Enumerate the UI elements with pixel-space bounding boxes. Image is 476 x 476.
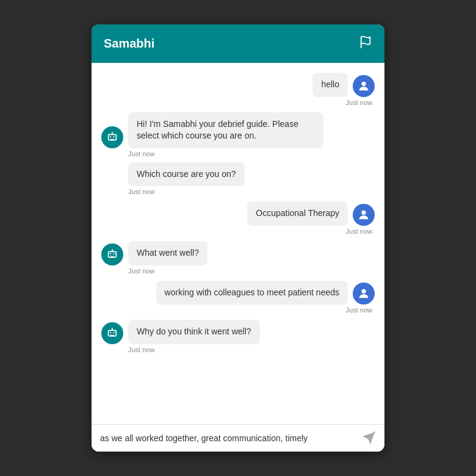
message-bubble: hello (312, 73, 348, 97)
timestamp: Just now (101, 346, 154, 353)
message-bubble: Occupational Therapy (247, 201, 348, 226)
chat-area: hello Just now Hi! I'm Samabhi your de (92, 63, 384, 424)
message-row: working with colleagues to meet patient … (101, 281, 375, 314)
bot-avatar (101, 322, 123, 344)
svg-point-4 (114, 136, 115, 137)
message-with-avatar: hello (312, 73, 375, 97)
message-row: hello Just now (101, 73, 375, 106)
message-with-avatar: What went well? (101, 241, 207, 265)
sub-timestamp: Just now (101, 188, 154, 195)
svg-point-7 (361, 211, 366, 215)
message-row: What went well? Just now (101, 241, 375, 275)
svg-point-16 (114, 332, 115, 333)
timestamp: Just now (346, 228, 375, 235)
svg-point-15 (110, 332, 111, 333)
message-with-avatar: working with colleagues to meet patient … (156, 281, 375, 305)
svg-point-13 (361, 289, 366, 294)
svg-point-10 (114, 253, 115, 254)
svg-point-12 (112, 249, 113, 250)
svg-point-9 (110, 253, 111, 254)
message-bubble: Hi! I'm Samabhi your debrief guide. Plea… (128, 112, 323, 148)
sub-message-bubble: Which course are you on? (128, 162, 245, 187)
message-row: Hi! I'm Samabhi your debrief guide. Plea… (101, 112, 375, 196)
message-bubble: What went well? (128, 241, 207, 265)
svg-point-18 (112, 328, 113, 329)
timestamp: Just now (346, 99, 375, 106)
svg-point-6 (112, 132, 113, 133)
message-row: Occupational Therapy Just now (101, 201, 375, 235)
bot-avatar (101, 126, 123, 148)
chat-title: Samabhi (104, 37, 154, 51)
message-bubble: working with colleagues to meet patient … (156, 281, 348, 305)
timestamp: Just now (346, 306, 375, 314)
svg-point-1 (361, 81, 366, 85)
message-bubble: Why do you think it went well? (128, 320, 260, 344)
message-row: Why do you think it went well? Just now (101, 320, 375, 353)
phone-frame: Samabhi hello Just now (92, 24, 384, 452)
avatar (353, 204, 375, 226)
send-button[interactable] (361, 431, 376, 445)
flag-icon[interactable] (359, 35, 372, 52)
message-with-avatar: Hi! I'm Samabhi your debrief guide. Plea… (101, 112, 323, 148)
send-icon (361, 431, 376, 445)
svg-marker-20 (362, 432, 375, 444)
timestamp: Just now (101, 150, 154, 157)
message-input[interactable] (100, 433, 355, 443)
chat-header: Samabhi (92, 24, 384, 63)
svg-point-3 (110, 136, 111, 137)
timestamp: Just now (101, 267, 154, 275)
avatar (353, 75, 375, 97)
avatar (353, 283, 375, 305)
input-area (92, 424, 384, 452)
message-with-avatar: Occupational Therapy (247, 201, 375, 226)
bot-avatar (101, 243, 123, 265)
message-with-avatar: Why do you think it went well? (101, 320, 260, 344)
